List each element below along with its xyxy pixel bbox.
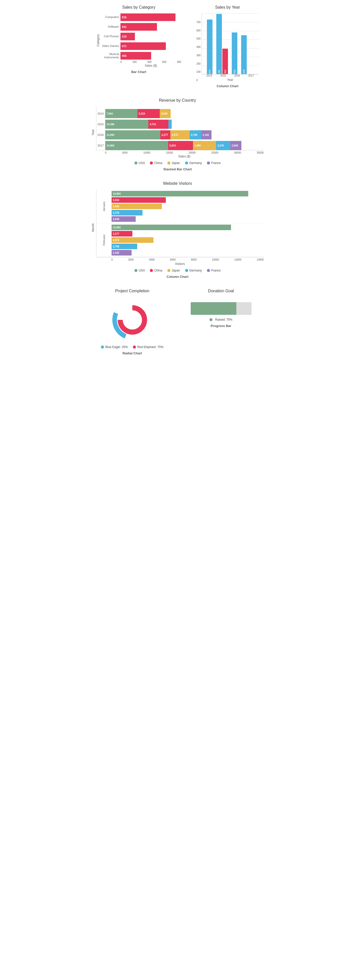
stacked-x-tick: 25000 (211, 151, 218, 154)
stacked-bar-segment: 5,334 (137, 109, 160, 118)
stacked-bar-segment: 3,378 (216, 141, 230, 150)
radial-svg-area (110, 297, 155, 343)
bar-chart-rows: Computers816Software541Cell Phones215Vid… (101, 13, 181, 60)
bar-chart-y-label: Category (96, 34, 100, 47)
stacked-bar-segment: 14,964 (105, 141, 168, 150)
bar-row-label: Computers (101, 16, 119, 19)
bar-fill: 671 (121, 42, 166, 50)
legend-dot (185, 161, 188, 164)
column-chart-title: Sales by Year (215, 5, 240, 10)
col-bar: 512 (232, 32, 237, 74)
bar-row: Musical Instruments456 (101, 52, 181, 60)
bar-fill: 215 (121, 33, 135, 40)
legend-dot (134, 161, 137, 164)
radial-chart-label: Radial Chart (123, 352, 142, 355)
visitors-y-label: Month (91, 223, 95, 232)
visitors-x-tick: 12000 (234, 258, 241, 261)
progress-bar-outer (191, 302, 252, 315)
stacked-legend-item: France (207, 161, 221, 165)
stacked-chart-section: Revenue by Country Year 20147,6645,3342,… (91, 98, 264, 171)
stacked-bar-segment: 5,495 (193, 141, 216, 150)
progress-bar-label: Progress Bar (211, 324, 231, 328)
stacked-bar-segment (169, 120, 172, 129)
stacked-x-tick: 5000 (122, 151, 127, 154)
legend-label: China (154, 161, 162, 165)
col-bar-label: 312 (224, 70, 226, 73)
bar-row: Software541 (101, 23, 181, 31)
visitors-x-tick: 6000 (170, 258, 175, 261)
visitors-bar-row: 14,964 (111, 191, 264, 196)
blue-eagle-label: Blue Eagle: 25% (105, 345, 128, 349)
col-y-tick: 0 (196, 79, 201, 82)
col-y-tick: 300 (196, 54, 201, 57)
visitors-bar-row: 2,648 (111, 216, 264, 222)
column-chart-area: 671741312512478 (202, 13, 259, 74)
stacked-legend-item: China (150, 161, 162, 165)
col-y-tick: 600 (196, 29, 201, 32)
col-bar-label: 741 (218, 70, 220, 73)
visitors-legend-label: France (211, 269, 221, 272)
column-chart-container: Sales by Year 7006005004003002001000 671… (196, 5, 259, 88)
stacked-bar-segment: 2,798 (189, 130, 201, 139)
progress-bar-title: Donation Goal (208, 289, 234, 293)
col-bar: 741 (216, 14, 222, 74)
visitors-bar-row: 2,182 (111, 250, 264, 256)
visitors-month-label: February (96, 224, 111, 256)
visitors-chart-wrap: Month January14,9645,9435,4953,3782,648F… (91, 189, 264, 266)
col-y-tick: 400 (196, 46, 201, 48)
visitors-bar: 2,277 (111, 231, 132, 237)
visitors-x-tick: 10000 (212, 258, 219, 261)
col-group: 741312 (216, 14, 228, 74)
visitors-bar-row: 5,943 (111, 197, 264, 203)
stacked-bar-segment: 5,943 (168, 141, 193, 150)
col-bar: 671 (207, 19, 212, 74)
stacked-x-label: Sales ($) (105, 154, 264, 158)
stacked-row: 201613,0942,2774,5722,7982,182 (96, 130, 264, 139)
visitors-legend-dot (207, 269, 210, 272)
visitors-x-tick: 14000 (256, 258, 264, 261)
visitors-legend-label: Germany (189, 269, 202, 272)
progress-legend-dot (209, 318, 212, 321)
stacked-legend-item: Germany (185, 161, 202, 165)
stacked-bar-segment: 2,648 (230, 141, 241, 150)
blue-eagle-dot (101, 345, 104, 348)
visitors-chart-title: Website Visitors (91, 181, 264, 186)
visitors-bar-row: 5,495 (111, 204, 264, 209)
visitors-legend-dot (150, 269, 153, 272)
bar-row-label: Cell Phones (101, 35, 119, 38)
visitors-bar: 5,943 (111, 197, 166, 203)
visitors-legend-label: USA (139, 269, 145, 272)
col-group: 478 (241, 35, 247, 74)
stacked-bar-segment: 10,286 (105, 120, 148, 129)
col-group: 671 (207, 19, 212, 74)
col-group: 512 (232, 32, 237, 74)
stacked-bar-segment: 2,277 (160, 130, 170, 139)
radial-chart-container: Project Completion Blue Eagle: 25% Red E… (101, 289, 163, 355)
bar-fill: 816 (121, 13, 176, 21)
stacked-legend-item: Japan (167, 161, 180, 165)
stacked-chart-title: Revenue by Country (91, 98, 264, 103)
stacked-x-tick: 0 (105, 151, 107, 154)
legend-dot (167, 161, 170, 164)
visitors-legend-dot (167, 269, 170, 272)
col-y-tick: 500 (196, 37, 201, 40)
col-y-tick: 200 (196, 62, 201, 65)
visitors-bar-row: 2,277 (111, 231, 264, 237)
visitors-group: January14,9645,9435,4953,3782,648 (96, 189, 264, 223)
col-x-tick: 2015 (217, 74, 229, 77)
col-x-tick: 2017 (245, 74, 257, 77)
progress-legend-label: Raised: 75% (215, 318, 232, 321)
visitors-month-label: January (96, 191, 111, 222)
stacked-row-label: 2014 (96, 112, 105, 115)
bar-x-tick: 800 (177, 60, 181, 64)
bar-chart-x-label: Sales ($) (121, 64, 181, 67)
visitors-legend-dot (185, 269, 188, 272)
visitors-bar-row: 2,798 (111, 243, 264, 249)
visitors-bar-row: 4,572 (111, 237, 264, 243)
col-x-tick: 2016 (231, 74, 244, 77)
visitors-bar: 13,094 (111, 224, 231, 230)
visitors-legend-item: Germany (185, 269, 202, 272)
bar-x-tick: 0 (121, 60, 122, 64)
bar-row: Video Games671 (101, 42, 181, 50)
bar-row: Cell Phones215 (101, 33, 181, 40)
